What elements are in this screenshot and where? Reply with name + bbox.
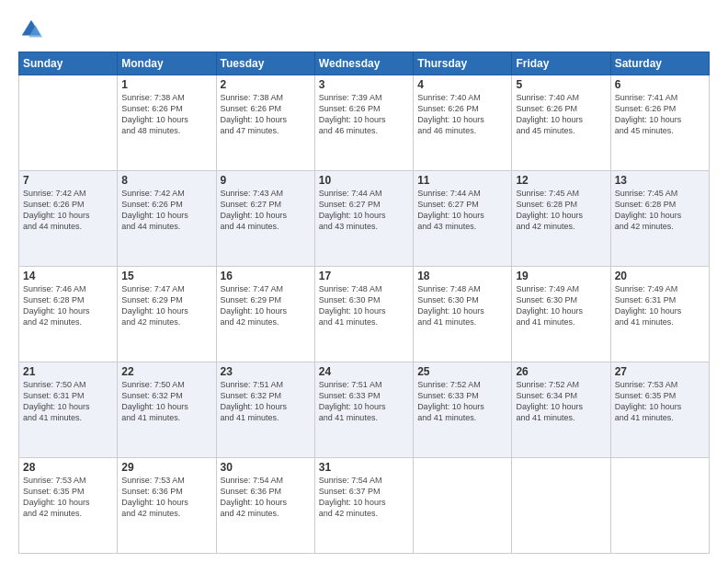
day-info: Sunrise: 7:38 AM Sunset: 6:26 PM Dayligh…	[221, 92, 311, 137]
calendar-cell: 10Sunrise: 7:44 AM Sunset: 6:27 PM Dayli…	[314, 171, 413, 267]
day-number: 5	[516, 78, 606, 91]
day-info: Sunrise: 7:45 AM Sunset: 6:28 PM Dayligh…	[615, 188, 705, 233]
calendar-week-row: 1Sunrise: 7:38 AM Sunset: 6:26 PM Daylig…	[19, 75, 710, 171]
calendar-cell: 15Sunrise: 7:47 AM Sunset: 6:29 PM Dayli…	[118, 267, 216, 362]
day-info: Sunrise: 7:50 AM Sunset: 6:31 PM Dayligh…	[23, 379, 113, 424]
calendar-cell: 18Sunrise: 7:48 AM Sunset: 6:30 PM Dayli…	[414, 267, 512, 362]
day-info: Sunrise: 7:40 AM Sunset: 6:26 PM Dayligh…	[516, 92, 606, 137]
calendar-cell: 14Sunrise: 7:46 AM Sunset: 6:28 PM Dayli…	[19, 267, 118, 362]
day-info: Sunrise: 7:53 AM Sunset: 6:35 PM Dayligh…	[23, 475, 113, 520]
day-info: Sunrise: 7:49 AM Sunset: 6:30 PM Dayligh…	[516, 283, 606, 328]
logo-icon	[18, 17, 44, 42]
calendar-week-row: 21Sunrise: 7:50 AM Sunset: 6:31 PM Dayli…	[19, 362, 710, 458]
day-info: Sunrise: 7:44 AM Sunset: 6:27 PM Dayligh…	[319, 188, 409, 233]
calendar-cell: 22Sunrise: 7:50 AM Sunset: 6:32 PM Dayli…	[118, 362, 216, 458]
day-info: Sunrise: 7:46 AM Sunset: 6:28 PM Dayligh…	[23, 283, 113, 328]
calendar-cell	[414, 458, 512, 554]
calendar-week-row: 7Sunrise: 7:42 AM Sunset: 6:26 PM Daylig…	[19, 171, 710, 267]
calendar-cell	[19, 75, 118, 171]
calendar-header-sunday: Sunday	[19, 52, 118, 75]
day-info: Sunrise: 7:48 AM Sunset: 6:30 PM Dayligh…	[319, 283, 409, 328]
calendar-cell: 26Sunrise: 7:52 AM Sunset: 6:34 PM Dayli…	[512, 362, 610, 458]
day-number: 17	[319, 270, 409, 282]
calendar-cell: 21Sunrise: 7:50 AM Sunset: 6:31 PM Dayli…	[19, 362, 118, 458]
day-info: Sunrise: 7:51 AM Sunset: 6:32 PM Dayligh…	[221, 379, 311, 424]
calendar-table: SundayMondayTuesdayWednesdayThursdayFrid…	[18, 52, 710, 554]
calendar-cell: 16Sunrise: 7:47 AM Sunset: 6:29 PM Dayli…	[216, 267, 314, 362]
day-info: Sunrise: 7:45 AM Sunset: 6:28 PM Dayligh…	[516, 188, 606, 233]
calendar-cell: 7Sunrise: 7:42 AM Sunset: 6:26 PM Daylig…	[19, 171, 118, 267]
day-number: 16	[221, 270, 311, 282]
calendar-cell: 6Sunrise: 7:41 AM Sunset: 6:26 PM Daylig…	[610, 75, 709, 171]
calendar-cell: 17Sunrise: 7:48 AM Sunset: 6:30 PM Dayli…	[314, 267, 413, 362]
day-info: Sunrise: 7:44 AM Sunset: 6:27 PM Dayligh…	[417, 188, 507, 233]
calendar-cell	[512, 458, 610, 554]
day-number: 7	[23, 174, 113, 187]
day-info: Sunrise: 7:38 AM Sunset: 6:26 PM Dayligh…	[121, 92, 211, 137]
calendar-cell: 30Sunrise: 7:54 AM Sunset: 6:36 PM Dayli…	[216, 458, 314, 554]
calendar-cell: 9Sunrise: 7:43 AM Sunset: 6:27 PM Daylig…	[216, 171, 314, 267]
day-info: Sunrise: 7:47 AM Sunset: 6:29 PM Dayligh…	[221, 283, 311, 328]
day-number: 25	[417, 365, 507, 378]
day-number: 23	[221, 365, 311, 378]
day-info: Sunrise: 7:42 AM Sunset: 6:26 PM Dayligh…	[23, 188, 113, 233]
day-info: Sunrise: 7:40 AM Sunset: 6:26 PM Dayligh…	[417, 92, 507, 137]
day-number: 30	[221, 461, 311, 474]
calendar-cell: 2Sunrise: 7:38 AM Sunset: 6:26 PM Daylig…	[216, 75, 314, 171]
day-number: 6	[615, 78, 705, 91]
day-number: 29	[121, 461, 211, 474]
day-number: 15	[121, 270, 211, 282]
calendar-header-saturday: Saturday	[610, 52, 709, 75]
header	[18, 17, 710, 42]
calendar-cell: 4Sunrise: 7:40 AM Sunset: 6:26 PM Daylig…	[414, 75, 512, 171]
calendar-header-tuesday: Tuesday	[216, 52, 314, 75]
calendar-cell: 5Sunrise: 7:40 AM Sunset: 6:26 PM Daylig…	[512, 75, 610, 171]
calendar-cell: 12Sunrise: 7:45 AM Sunset: 6:28 PM Dayli…	[512, 171, 610, 267]
calendar-cell: 23Sunrise: 7:51 AM Sunset: 6:32 PM Dayli…	[216, 362, 314, 458]
day-number: 19	[516, 270, 606, 282]
day-number: 3	[319, 78, 409, 91]
day-number: 12	[516, 174, 606, 187]
day-number: 8	[121, 174, 211, 187]
day-number: 14	[23, 270, 113, 282]
calendar-header-thursday: Thursday	[414, 52, 512, 75]
calendar-cell: 13Sunrise: 7:45 AM Sunset: 6:28 PM Dayli…	[610, 171, 709, 267]
calendar-cell: 25Sunrise: 7:52 AM Sunset: 6:33 PM Dayli…	[414, 362, 512, 458]
calendar-cell: 11Sunrise: 7:44 AM Sunset: 6:27 PM Dayli…	[414, 171, 512, 267]
calendar-header-wednesday: Wednesday	[314, 52, 413, 75]
day-info: Sunrise: 7:49 AM Sunset: 6:31 PM Dayligh…	[615, 283, 705, 328]
day-number: 22	[121, 365, 211, 378]
day-number: 4	[417, 78, 507, 91]
logo	[18, 17, 48, 42]
day-info: Sunrise: 7:47 AM Sunset: 6:29 PM Dayligh…	[121, 283, 211, 328]
day-info: Sunrise: 7:42 AM Sunset: 6:26 PM Dayligh…	[121, 188, 211, 233]
day-info: Sunrise: 7:48 AM Sunset: 6:30 PM Dayligh…	[417, 283, 507, 328]
day-info: Sunrise: 7:54 AM Sunset: 6:36 PM Dayligh…	[221, 475, 311, 520]
day-number: 11	[417, 174, 507, 187]
day-number: 1	[121, 78, 211, 91]
day-info: Sunrise: 7:43 AM Sunset: 6:27 PM Dayligh…	[221, 188, 311, 233]
calendar-cell: 24Sunrise: 7:51 AM Sunset: 6:33 PM Dayli…	[314, 362, 413, 458]
day-info: Sunrise: 7:52 AM Sunset: 6:33 PM Dayligh…	[417, 379, 507, 424]
day-info: Sunrise: 7:53 AM Sunset: 6:36 PM Dayligh…	[121, 475, 211, 520]
day-info: Sunrise: 7:52 AM Sunset: 6:34 PM Dayligh…	[516, 379, 606, 424]
day-number: 21	[23, 365, 113, 378]
calendar-cell	[610, 458, 709, 554]
day-info: Sunrise: 7:53 AM Sunset: 6:35 PM Dayligh…	[615, 379, 705, 424]
calendar-cell: 28Sunrise: 7:53 AM Sunset: 6:35 PM Dayli…	[19, 458, 118, 554]
calendar-week-row: 28Sunrise: 7:53 AM Sunset: 6:35 PM Dayli…	[19, 458, 710, 554]
day-number: 18	[417, 270, 507, 282]
page: SundayMondayTuesdayWednesdayThursdayFrid…	[0, 0, 728, 563]
day-number: 26	[516, 365, 606, 378]
calendar-cell: 29Sunrise: 7:53 AM Sunset: 6:36 PM Dayli…	[118, 458, 216, 554]
day-info: Sunrise: 7:50 AM Sunset: 6:32 PM Dayligh…	[121, 379, 211, 424]
day-number: 9	[221, 174, 311, 187]
calendar-cell: 20Sunrise: 7:49 AM Sunset: 6:31 PM Dayli…	[610, 267, 709, 362]
day-number: 27	[615, 365, 705, 378]
calendar-header-friday: Friday	[512, 52, 610, 75]
calendar-cell: 27Sunrise: 7:53 AM Sunset: 6:35 PM Dayli…	[610, 362, 709, 458]
calendar-cell: 1Sunrise: 7:38 AM Sunset: 6:26 PM Daylig…	[118, 75, 216, 171]
day-info: Sunrise: 7:54 AM Sunset: 6:37 PM Dayligh…	[319, 475, 409, 520]
day-number: 2	[221, 78, 311, 91]
day-number: 31	[319, 461, 409, 474]
